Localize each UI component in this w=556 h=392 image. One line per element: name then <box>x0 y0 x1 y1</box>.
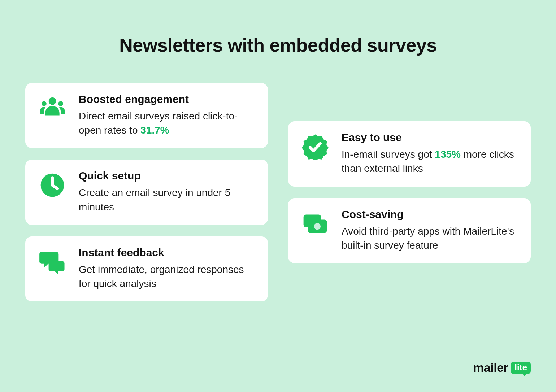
stat-highlight: 135% <box>435 149 461 160</box>
card-easy-to-use: Easy to use In-email surveys got 135% mo… <box>288 121 531 186</box>
page-title: Newsletters with embedded surveys <box>0 34 556 56</box>
brand-logo: mailer lite <box>473 361 531 375</box>
card-title: Cost-saving <box>342 208 518 221</box>
column-right: Easy to use In-email surveys got 135% mo… <box>288 83 531 301</box>
card-instant-feedback: Instant feedback Get immediate, organize… <box>25 236 268 301</box>
card-desc: Avoid third-party apps with MailerLite's… <box>342 224 518 252</box>
chat-icon <box>36 247 69 275</box>
money-icon <box>299 208 331 237</box>
brand-name: mailer <box>473 361 508 375</box>
card-title: Boosted engagement <box>79 93 256 105</box>
svg-point-6 <box>314 223 321 230</box>
column-left: Boosted engagement Direct email surveys … <box>25 83 268 301</box>
card-title: Easy to use <box>342 131 518 144</box>
card-quick-setup: Quick setup Create an email survey in un… <box>25 160 268 225</box>
badge-check-icon <box>299 131 331 160</box>
people-icon <box>36 93 69 122</box>
feature-columns: Boosted engagement Direct email surveys … <box>25 83 531 301</box>
card-desc: Create an email survey in under 5 minute… <box>79 186 256 214</box>
card-title: Quick setup <box>79 170 256 182</box>
card-desc: Get immediate, organized responses for q… <box>79 262 256 291</box>
card-cost-saving: Cost-saving Avoid third-party apps with … <box>288 198 531 263</box>
stat-highlight: 31.7% <box>140 125 169 136</box>
card-desc: Direct email surveys raised click-to-ope… <box>79 109 256 137</box>
card-title: Instant feedback <box>79 247 256 259</box>
svg-point-0 <box>49 97 56 105</box>
svg-point-2 <box>58 101 63 106</box>
clock-icon <box>36 170 69 199</box>
card-desc: In-email surveys got 135% more clicks th… <box>342 147 518 175</box>
card-boosted-engagement: Boosted engagement Direct email surveys … <box>25 83 268 148</box>
brand-badge: lite <box>511 362 531 374</box>
svg-point-1 <box>42 101 47 106</box>
